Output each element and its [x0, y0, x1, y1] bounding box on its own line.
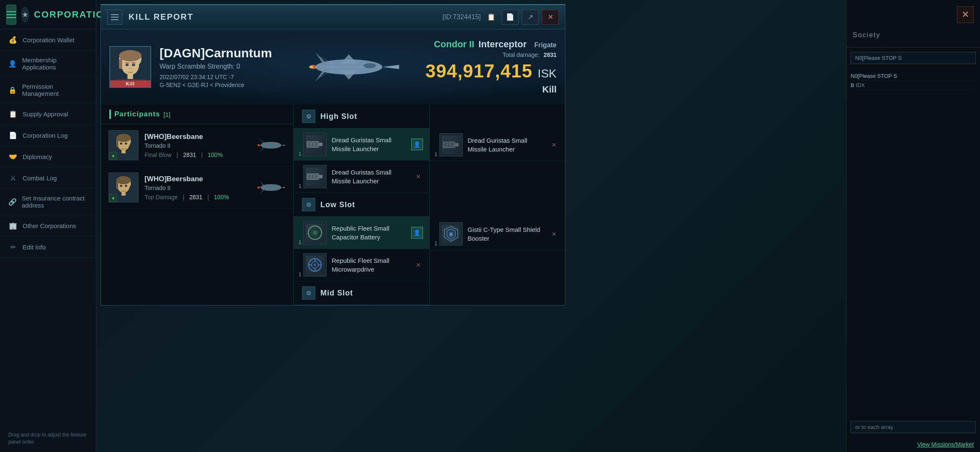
section-accent: [109, 110, 111, 119]
sidebar-item-corp-log[interactable]: 📄 Corporation Log: [0, 125, 96, 146]
low-slot-title: Low Slot: [320, 200, 355, 209]
participant-item-2[interactable]: ★ [WHO]Beersbane Tornado II Top Damage |…: [101, 167, 293, 209]
svg-point-41: [116, 176, 131, 184]
module-item-low-1[interactable]: 1 +: [294, 217, 429, 249]
kill-report-title: KILL REPORT: [129, 12, 436, 22]
pilot-name: [DAGN]Carnuntum: [160, 46, 272, 60]
module-icon-inner-low-2: [306, 256, 324, 274]
participants-count: [1]: [163, 111, 170, 118]
module-name-low-2: Republic Fleet Small Microwarpdrive: [332, 256, 409, 274]
kill-report-clipboard-button[interactable]: 📄: [502, 10, 518, 25]
module-icon-high-1: [303, 133, 327, 156]
svg-marker-35: [259, 138, 265, 144]
kill-stats: Condor II Interceptor Frigate Total dama…: [426, 39, 557, 95]
search-area: [851, 421, 976, 433]
ship-display: [272, 36, 425, 98]
kill-report-close-button[interactable]: ✕: [542, 10, 559, 25]
titlebar-menu-button[interactable]: [107, 10, 122, 25]
kill-report-titlebar: KILL REPORT [ID:7324415] 📋 📄 ↗ ✕: [101, 5, 565, 29]
participant-item-1[interactable]: ★ [WHO]Beersbane Tornado II Final Blow |…: [101, 124, 293, 167]
ship-name: Condor II: [434, 39, 475, 49]
modules-left-column: ⚙ High Slot 1: [294, 105, 430, 305]
chat-input[interactable]: [851, 52, 976, 64]
module-item-high-1[interactable]: 1: [294, 128, 429, 161]
search-input[interactable]: [851, 421, 976, 433]
diplomacy-icon: 🤝: [8, 152, 18, 161]
module-qty-2: 1: [299, 183, 302, 189]
module-item-right-2[interactable]: 1: [430, 218, 565, 250]
participant-ship-icon-1: [256, 133, 286, 158]
sidebar-item-combat-log[interactable]: ⚔ Combat Log: [0, 167, 96, 189]
sidebar-item-supply[interactable]: 📋 Supply Approval: [0, 103, 96, 125]
stat-pct-2: 100%: [214, 194, 229, 200]
module-item-high-2[interactable]: 1: [294, 161, 429, 193]
participant-name-1: [WHO]Beersbane: [144, 133, 250, 141]
chat-item-2: B IDX: [851, 81, 976, 90]
svg-rect-60: [312, 175, 314, 179]
sidebar-item-edit-info[interactable]: ✏ Edit Info: [0, 236, 96, 258]
sidebar-item-other-corps[interactable]: 🏢 Other Corporations: [0, 215, 96, 236]
participant-stats-1: Final Blow | 2831 | 100%: [144, 152, 250, 158]
low-slot-header: ⚙ Low Slot: [294, 193, 429, 217]
svg-rect-58: [319, 175, 322, 178]
total-damage-label: Total damage: 2831: [426, 51, 557, 58]
sidebar-item-membership[interactable]: 👤 Membership Applications: [0, 51, 96, 77]
sidebar-item-wallet[interactable]: 💰 Corporation Wallet: [0, 29, 96, 51]
module-icon-low-2: [303, 253, 327, 277]
hamburger-button[interactable]: [6, 5, 16, 25]
view-missions-link[interactable]: View Missions/Market: [917, 441, 974, 448]
ship-class: Frigate: [534, 41, 557, 49]
svg-marker-34: [281, 144, 285, 146]
sidebar-item-diplomacy[interactable]: 🤝 Diplomacy: [0, 146, 96, 167]
stat-label-1: Final Blow: [144, 152, 172, 158]
module-item-low-2[interactable]: 1: [294, 249, 429, 281]
sidebar-item-permission[interactable]: 🔒 Permission Management: [0, 77, 96, 103]
sidebar-item-insurance[interactable]: 🔗 Set Insurance contract address: [0, 189, 96, 215]
svg-point-5: [125, 64, 129, 66]
participant-ship-1: Tornado II: [144, 142, 250, 149]
module-close-right-2[interactable]: ✕: [549, 229, 559, 239]
svg-rect-28: [116, 139, 119, 147]
module-pilot-icon-1: 👤: [411, 139, 423, 150]
kill-report-window: KILL REPORT [ID:7324415] 📋 📄 ↗ ✕: [101, 4, 565, 306]
module-close-right-1[interactable]: ✕: [549, 140, 559, 149]
pilot-info: [DAGN]Carnuntum Warp Scramble Strength: …: [160, 46, 272, 88]
svg-rect-74: [455, 143, 459, 146]
svg-point-19: [309, 66, 313, 68]
module-icon-inner-right-1: [442, 136, 460, 154]
kill-report-export-button[interactable]: ↗: [522, 10, 539, 25]
participants-label: Participants: [114, 110, 160, 118]
svg-point-81: [450, 233, 452, 236]
participant-stats-2: Top Damage | 2831 | 100%: [144, 194, 250, 200]
sidebar-header: ★ CORPORATION: [0, 0, 96, 29]
svg-rect-4: [119, 59, 122, 69]
modules-panel: ⚙ High Slot 1: [294, 105, 565, 305]
isk-row: 394,917,415 ISK: [426, 61, 557, 82]
module-qty-low-2: 1: [299, 272, 302, 277]
svg-rect-75: [445, 143, 446, 147]
svg-point-27: [116, 134, 131, 142]
participant-avatar-2: ★: [108, 172, 139, 203]
society-title: Society: [853, 31, 880, 39]
svg-rect-61: [315, 175, 317, 179]
module-close-low-2[interactable]: ✕: [414, 260, 423, 270]
ship-svg-container: [278, 36, 420, 98]
kill-meta: 2022/07/02 23:34:12 UTC -7 G-5EN2 < G2E-…: [160, 74, 272, 88]
module-close-2[interactable]: ✕: [414, 172, 423, 181]
svg-rect-56: [315, 142, 317, 146]
kill-report-id: [ID:7324415]: [442, 13, 481, 21]
module-icon-high-2: [303, 165, 327, 188]
participants-section-header: Participants [1]: [101, 105, 293, 124]
kill-badge: Kill: [110, 80, 150, 87]
module-item-right-1[interactable]: 1: [430, 129, 565, 161]
supply-icon: 📋: [8, 109, 18, 118]
high-slot-title: High Slot: [320, 112, 357, 121]
combat-log-icon: ⚔: [8, 173, 18, 182]
mid-slot-title: Mid Slot: [320, 289, 353, 298]
svg-marker-49: [259, 180, 265, 186]
svg-rect-7: [125, 62, 129, 63]
svg-point-29: [120, 143, 122, 145]
participant-ship-svg-2: [258, 176, 285, 199]
svg-point-30: [125, 143, 127, 145]
close-main-button[interactable]: ✕: [957, 6, 974, 23]
